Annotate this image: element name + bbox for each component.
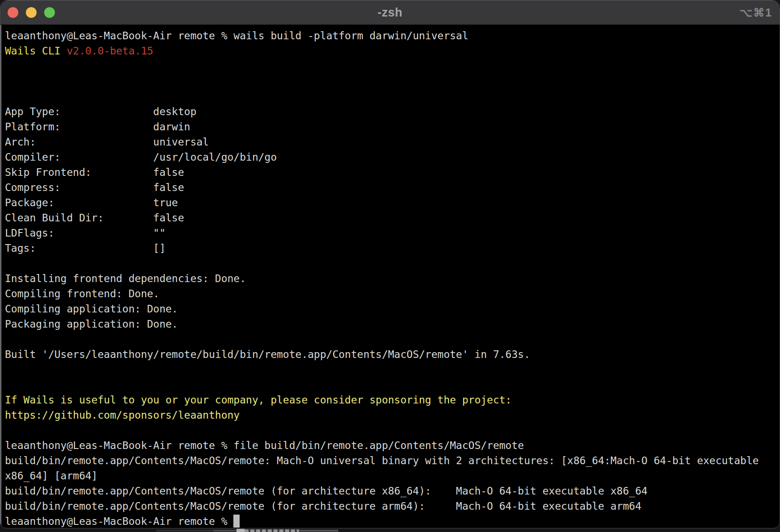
- terminal-line: Packaging application: Done.: [5, 316, 777, 332]
- terminal-line: Clean Build Dir:false: [5, 210, 777, 225]
- zoom-button[interactable]: [44, 7, 55, 18]
- sponsor-url[interactable]: https://github.com/sponsors/leaanthony: [5, 409, 240, 421]
- background-window-fragment: [299, 530, 338, 532]
- sponsor-message-line: If Wails is useful to you or your compan…: [5, 392, 777, 407]
- terminal-line: [5, 332, 777, 347]
- terminal-text: Compiling frontend: Done.: [5, 288, 159, 299]
- config-value: []: [153, 242, 166, 254]
- terminal-line: [5, 74, 777, 89]
- window-title: -zsh: [378, 6, 402, 20]
- config-key: LDFlags:: [5, 225, 153, 241]
- wails-version: v2.0.0-beta.15: [66, 45, 153, 57]
- config-key: Compiler:: [5, 150, 153, 165]
- terminal-text: If Wails is useful to you or your compan…: [5, 394, 511, 406]
- config-value: darwin: [153, 121, 190, 133]
- terminal-text: leaanthony@Leas-MacBook-Air remote % wai…: [5, 30, 469, 42]
- terminal-line: Skip Frontend:false: [5, 165, 777, 180]
- terminal-line: Compress:false: [5, 180, 777, 195]
- terminal-text: Compiling application: Done.: [5, 303, 178, 315]
- terminal-content[interactable]: leaanthony@Leas-MacBook-Air remote % wai…: [0, 25, 780, 528]
- terminal-line: Platform:darwin: [5, 119, 777, 134]
- config-value: false: [153, 166, 184, 178]
- terminal-line: Package:true: [5, 195, 777, 210]
- config-value: "": [153, 227, 166, 239]
- terminal-text: build/bin/remote.app/Contents/MacOS/remo…: [5, 485, 647, 497]
- terminal-text: leaanthony@Leas-MacBook-Air remote %: [5, 515, 233, 527]
- config-value: true: [153, 197, 178, 208]
- background-window-fragment: [156, 530, 213, 532]
- terminal-cursor: [233, 515, 240, 528]
- terminal-line: build/bin/remote.app/Contents/MacOS/remo…: [5, 483, 777, 499]
- config-value: /usr/local/go/bin/go: [153, 151, 277, 163]
- terminal-window: -zsh ⌥⌘1 leaanthony@Leas-MacBook-Air rem…: [0, 0, 780, 528]
- terminal-line: leaanthony@Leas-MacBook-Air remote % wai…: [5, 28, 777, 43]
- config-key: Platform:: [5, 119, 153, 134]
- wails-cli-label: Wails CLI: [5, 45, 66, 57]
- terminal-text: Built '/Users/leaanthony/remote/build/bi…: [5, 349, 530, 360]
- terminal-line: [5, 89, 777, 104]
- config-key: Skip Frontend:: [5, 165, 153, 180]
- minimize-button[interactable]: [26, 7, 37, 18]
- close-button[interactable]: [8, 7, 18, 18]
- terminal-line: [5, 377, 777, 392]
- terminal-line: [5, 362, 777, 377]
- terminal-text: x86_64] [arm64]: [5, 470, 98, 482]
- background-window-fragment: [213, 530, 236, 532]
- terminal-line: build/bin/remote.app/Contents/MacOS/remo…: [5, 499, 777, 514]
- terminal-line: leaanthony@Leas-MacBook-Air remote % fil…: [5, 438, 777, 453]
- config-key: Arch:: [5, 134, 153, 150]
- config-key: Tags:: [5, 241, 153, 256]
- config-value: desktop: [153, 106, 196, 117]
- terminal-text: build/bin/remote.app/Contents/MacOS/remo…: [5, 455, 759, 466]
- terminal-line: App Type:desktop: [5, 104, 777, 119]
- terminal-text: build/bin/remote.app/Contents/MacOS/remo…: [5, 500, 641, 512]
- terminal-text: Installing frontend dependencies: Done.: [5, 273, 246, 284]
- terminal-line: LDFlags:"": [5, 225, 777, 241]
- window-titlebar[interactable]: -zsh ⌥⌘1: [0, 0, 780, 25]
- terminal-line: Wails CLI v2.0.0-beta.15: [5, 43, 777, 58]
- terminal-line: Built '/Users/leaanthony/remote/build/bi…: [5, 347, 777, 362]
- background-window-fragment: [236, 529, 245, 532]
- config-key: Clean Build Dir:: [5, 210, 153, 225]
- terminal-line: build/bin/remote.app/Contents/MacOS/remo…: [5, 453, 777, 468]
- terminal-text: Packaging application: Done.: [5, 318, 178, 330]
- active-prompt-line: leaanthony@Leas-MacBook-Air remote %: [5, 514, 777, 528]
- window-shortcut-badge: ⌥⌘1: [739, 6, 772, 19]
- sponsor-url-line: https://github.com/sponsors/leaanthony: [5, 407, 777, 423]
- config-key: Compress:: [5, 180, 153, 195]
- terminal-line: Compiling frontend: Done.: [5, 286, 777, 301]
- background-window-fragment: [245, 529, 299, 532]
- config-key: Package:: [5, 195, 153, 210]
- terminal-text: leaanthony@Leas-MacBook-Air remote % fil…: [5, 440, 524, 451]
- config-value: universal: [153, 136, 209, 148]
- terminal-line: [5, 256, 777, 271]
- terminal-line: x86_64] [arm64]: [5, 468, 777, 483]
- background-window-sliver: [156, 529, 344, 532]
- terminal-line: Installing frontend dependencies: Done.: [5, 271, 777, 286]
- terminal-line: Arch:universal: [5, 134, 777, 150]
- terminal-line: Compiling application: Done.: [5, 301, 777, 316]
- traffic-lights: [8, 0, 55, 25]
- terminal-line: Compiler:/usr/local/go/bin/go: [5, 150, 777, 165]
- config-key: App Type:: [5, 104, 153, 119]
- config-value: false: [153, 212, 184, 224]
- terminal-line: Tags:[]: [5, 241, 777, 256]
- terminal-line: [5, 423, 777, 438]
- terminal-line: [5, 58, 777, 74]
- config-value: false: [153, 182, 184, 193]
